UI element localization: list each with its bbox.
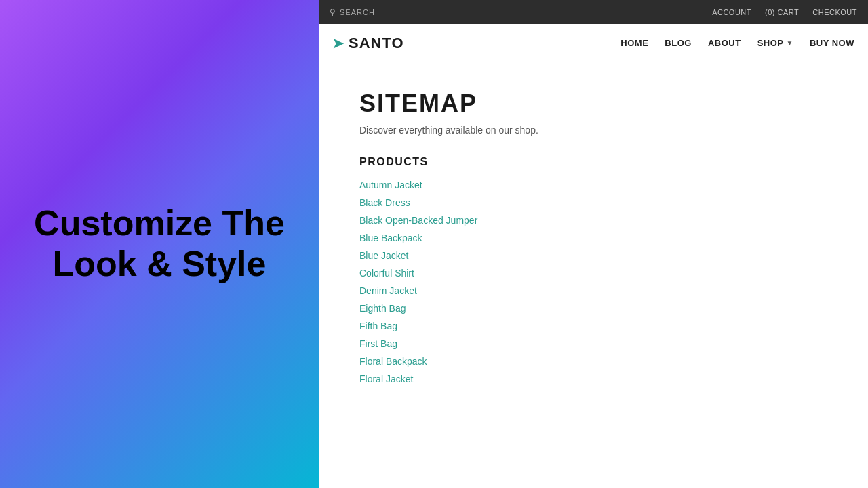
product-link[interactable]: Colorful Shirt bbox=[359, 268, 414, 279]
product-link[interactable]: Blue Jacket bbox=[359, 250, 408, 261]
page-title: SITEMAP bbox=[359, 89, 827, 118]
checkout-link[interactable]: CHECKOUT bbox=[812, 8, 857, 16]
product-link[interactable]: Black Dress bbox=[359, 197, 410, 208]
left-panel: Customize The Look & Style bbox=[0, 0, 319, 488]
logo[interactable]: ➤ SANTO bbox=[332, 35, 404, 52]
top-bar: ⚲ SEARCH ACCOUNT (0) CART CHECKOUT bbox=[319, 0, 868, 24]
product-link[interactable]: Autumn Jacket bbox=[359, 180, 422, 190]
nav-blog[interactable]: BLOG bbox=[665, 38, 692, 48]
nav-shop[interactable]: SHOP ▼ bbox=[757, 38, 793, 48]
list-item: Black Open-Backed Jumper bbox=[359, 214, 827, 226]
left-headline: Customize The Look & Style bbox=[0, 190, 319, 298]
product-list: Autumn JacketBlack DressBlack Open-Backe… bbox=[359, 179, 827, 385]
product-link[interactable]: Floral Jacket bbox=[359, 373, 413, 384]
list-item: Colorful Shirt bbox=[359, 267, 827, 279]
list-item: Floral Jacket bbox=[359, 373, 827, 385]
nav-links: HOME BLOG ABOUT SHOP ▼ BUY NOW bbox=[620, 38, 854, 48]
list-item: Eighth Bag bbox=[359, 302, 827, 314]
main-content: SITEMAP Discover everything available on… bbox=[319, 62, 868, 488]
list-item: Denim Jacket bbox=[359, 285, 827, 297]
logo-icon: ➤ bbox=[332, 35, 344, 52]
cart-link[interactable]: (0) CART bbox=[765, 8, 799, 16]
nav-home[interactable]: HOME bbox=[620, 38, 648, 48]
product-link[interactable]: Blue Backpack bbox=[359, 232, 422, 243]
list-item: Floral Backpack bbox=[359, 355, 827, 367]
list-item: Black Dress bbox=[359, 197, 827, 209]
page-description: Discover everything available on our sho… bbox=[359, 125, 827, 136]
nav-shop-label: SHOP bbox=[757, 38, 784, 48]
search-label: SEARCH bbox=[340, 8, 375, 16]
right-panel: ⚲ SEARCH ACCOUNT (0) CART CHECKOUT ➤ SAN… bbox=[319, 0, 868, 488]
product-link[interactable]: Fifth Bag bbox=[359, 321, 397, 331]
product-link[interactable]: Floral Backpack bbox=[359, 356, 427, 367]
search-area[interactable]: ⚲ SEARCH bbox=[330, 7, 375, 17]
list-item: First Bag bbox=[359, 338, 827, 350]
nav-about[interactable]: ABOUT bbox=[708, 38, 741, 48]
top-bar-right: ACCOUNT (0) CART CHECKOUT bbox=[712, 8, 857, 16]
logo-text: SANTO bbox=[349, 35, 404, 52]
chevron-down-icon: ▼ bbox=[786, 39, 793, 47]
nav-bar: ➤ SANTO HOME BLOG ABOUT SHOP ▼ BUY NOW bbox=[319, 24, 868, 62]
nav-buy-now[interactable]: BUY NOW bbox=[810, 38, 854, 48]
list-item: Blue Backpack bbox=[359, 232, 827, 244]
product-link[interactable]: Eighth Bag bbox=[359, 303, 406, 314]
list-item: Fifth Bag bbox=[359, 320, 827, 332]
list-item: Blue Jacket bbox=[359, 249, 827, 262]
account-link[interactable]: ACCOUNT bbox=[712, 8, 751, 16]
product-link[interactable]: First Bag bbox=[359, 338, 397, 349]
product-link[interactable]: Black Open-Backed Jumper bbox=[359, 215, 477, 226]
products-heading: PRODUCTS bbox=[359, 156, 827, 168]
product-link[interactable]: Denim Jacket bbox=[359, 285, 417, 296]
list-item: Autumn Jacket bbox=[359, 179, 827, 191]
search-icon: ⚲ bbox=[330, 7, 336, 17]
